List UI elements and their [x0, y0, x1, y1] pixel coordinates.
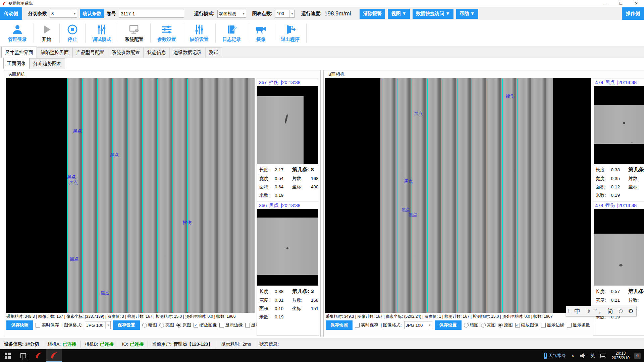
maximize-button[interactable]: ☐ — [613, 0, 629, 7]
ime-emoji-button[interactable]: ☺ — [618, 308, 624, 315]
show-edges-checkbox[interactable] — [219, 323, 224, 327]
view-menu-button[interactable]: 视图 ▼ — [388, 9, 410, 19]
pinned-app-button[interactable] — [31, 349, 46, 362]
stop-button[interactable]: 停止 — [60, 20, 85, 46]
tab-edge-data-record[interactable]: 边缘数据记录 — [170, 47, 205, 58]
slit-count-select[interactable]: 8 ▾ — [50, 10, 77, 18]
realtime-save-checkbox[interactable] — [355, 323, 360, 327]
ime-simplified-button[interactable]: 简 — [607, 307, 613, 315]
defect-time: |20:13:38 — [617, 203, 637, 208]
zoom-image-checkbox[interactable] — [194, 323, 198, 327]
image-format-select[interactable]: JPG 100 ▾ — [85, 321, 111, 329]
operator-side-button[interactable]: 操作侧 — [622, 7, 644, 20]
start-menu-button[interactable] — [0, 349, 15, 362]
defect-card[interactable]: 366 黑点 |20:13:38 长度:0.38第几条:3 宽度:0.31片数:… — [257, 201, 319, 323]
original-image-radio[interactable] — [176, 323, 181, 327]
capture-button[interactable]: 摄像 — [248, 20, 274, 46]
tab-status-info[interactable]: 状态信息 — [144, 47, 170, 58]
bright-image-radio[interactable] — [481, 323, 486, 327]
chevron-down-icon: ▾ — [241, 10, 245, 17]
save-settings-button[interactable]: 保存设置 — [435, 320, 462, 330]
drive-side-button[interactable]: 传动侧 — [0, 7, 22, 20]
meas-label: 片数: — [292, 297, 311, 303]
defect-thumbnail[interactable] — [257, 209, 318, 286]
tab-defect-monitor[interactable]: 缺陷监控界面 — [37, 47, 72, 58]
bottom-status-bar: 设备信息: 3#分切 相机A: 已连接 相机B: 已连接 IO: 已连接 当前用… — [0, 339, 644, 349]
touch-keyboard-button[interactable] — [598, 349, 608, 362]
start-button[interactable]: 开始 — [34, 20, 59, 46]
log-record-button[interactable]: 日志记录 — [216, 20, 248, 46]
defect-card[interactable]: 479 黑点 |20:13:38 长度:0.38第几条:4 宽度:0.35片数:… — [593, 78, 644, 201]
tab-system-param-config[interactable]: 系统参数配置 — [108, 47, 144, 58]
minimize-button[interactable]: — — [598, 0, 613, 7]
ime-halfwidth-moon-button[interactable]: ☽ — [585, 307, 590, 315]
defect-settings-button[interactable]: 缺陷设置 — [183, 20, 215, 46]
close-button[interactable]: ✕ — [629, 0, 644, 7]
camera-a-live-image[interactable]: 黑点 黑点 黑点 黑点 挫伤 黑点 黑点 — [6, 78, 255, 313]
realtime-save-checkbox[interactable] — [36, 323, 40, 327]
zoom-image-checkbox[interactable] — [515, 323, 520, 327]
dark-image-radio[interactable] — [142, 323, 147, 327]
save-snapshot-button[interactable]: 保存快照 — [6, 320, 33, 330]
ime-chinese-mode-button[interactable]: 中 — [574, 307, 580, 315]
show-count-checkbox[interactable] — [245, 323, 250, 327]
roll-number-input[interactable]: 3117-1 — [119, 10, 184, 18]
run-mode-select[interactable]: 双面检测 ▾ — [217, 10, 246, 18]
taskbar-clock[interactable]: 20:13 2025/2/10 — [609, 351, 632, 360]
bright-image-radio[interactable] — [159, 323, 164, 327]
debug-mode-button[interactable]: 调试模式 — [86, 20, 118, 46]
defect-thumbnail[interactable] — [257, 86, 318, 164]
strip-boundary-line — [67, 79, 68, 312]
meas-label: 片数: — [629, 176, 644, 182]
monitor-gear-icon — [128, 24, 140, 35]
task-view-button[interactable] — [15, 349, 31, 362]
exit-door-icon — [284, 24, 296, 35]
tab-test[interactable]: 测试 — [205, 47, 222, 58]
help-menu-button[interactable]: 帮助 ▼ — [456, 9, 478, 19]
ime-punctuation-button[interactable]: °， — [594, 307, 603, 315]
exit-program-button[interactable]: 退出程序 — [274, 20, 306, 46]
save-snapshot-button[interactable]: 保存快照 — [326, 320, 353, 330]
confirm-count-button[interactable]: 确认条数 — [80, 9, 104, 18]
show-edges-checkbox[interactable] — [541, 323, 546, 327]
meas-label: 米数: — [259, 192, 275, 198]
tab-distribution-trend-chart[interactable]: 分布趋势图表 — [30, 58, 65, 69]
dark-image-radio[interactable] — [464, 323, 469, 327]
camera-b-live-image[interactable]: 挫伤 黑点 黑点 黑点 黑点 — [325, 78, 591, 313]
quick-access-menu-button[interactable]: 数据快捷访问 ▼ — [413, 9, 453, 19]
language-indicator[interactable]: 英 — [588, 349, 597, 362]
save-settings-button[interactable]: 保存设置 — [113, 320, 140, 330]
ime-settings-gear-button[interactable]: ⚙ — [628, 307, 634, 315]
strip-boundary-line — [157, 79, 158, 312]
clear-alarm-button[interactable]: 清除报警 — [360, 9, 385, 19]
ime-drag-handle[interactable]: ‖ — [568, 308, 570, 314]
original-image-radio[interactable] — [498, 323, 503, 327]
strip-boundary-line — [142, 79, 143, 312]
tab-front-image[interactable]: 正面图像 — [3, 58, 30, 69]
defect-id: 367 — [259, 80, 267, 85]
weather-widget[interactable]: 天气寒冷 — [542, 349, 568, 362]
system-config-button[interactable]: 系统配置 — [118, 20, 150, 46]
running-app-button[interactable] — [46, 349, 62, 362]
user-icon — [11, 24, 23, 35]
defect-thumbnail[interactable] — [594, 86, 644, 164]
defect-card[interactable]: 367 挫伤 |20:13:38 长度:2.17第几条:8 宽度:0.54片数:… — [257, 78, 319, 201]
show-count-checkbox[interactable] — [567, 323, 572, 327]
image-format-select[interactable]: JPG 100 ▾ — [404, 321, 432, 329]
meas-label: 宽度: — [596, 297, 611, 303]
show-edges-label: 显示边缘 — [547, 322, 565, 328]
tab-product-model-config[interactable]: 产品型号配置 — [72, 47, 108, 58]
defect-thumbnail[interactable] — [594, 209, 644, 286]
stop-icon — [66, 24, 78, 35]
defect-marker-label: 黑点 — [70, 256, 78, 262]
admin-login-button[interactable]: 管理登录 — [1, 20, 34, 46]
hidden-icons-button[interactable]: ∧ — [569, 349, 577, 362]
meas-label: 第几条: — [629, 288, 644, 295]
volume-button[interactable]: ✕ — [578, 349, 588, 362]
defect-time: |20:13:38 — [281, 203, 300, 208]
defect-card[interactable]: 478 挫伤 |20:13:38 长度:0.57第几条:3 宽度:0.21片数:… — [593, 201, 644, 323]
param-settings-button[interactable]: 参数设置 — [151, 20, 183, 46]
notification-badge[interactable]: 6 — [634, 353, 641, 359]
tab-size-monitor[interactable]: 尺寸监控界面 — [1, 47, 37, 58]
chart-points-select[interactable]: 100 ▾ — [275, 10, 294, 18]
